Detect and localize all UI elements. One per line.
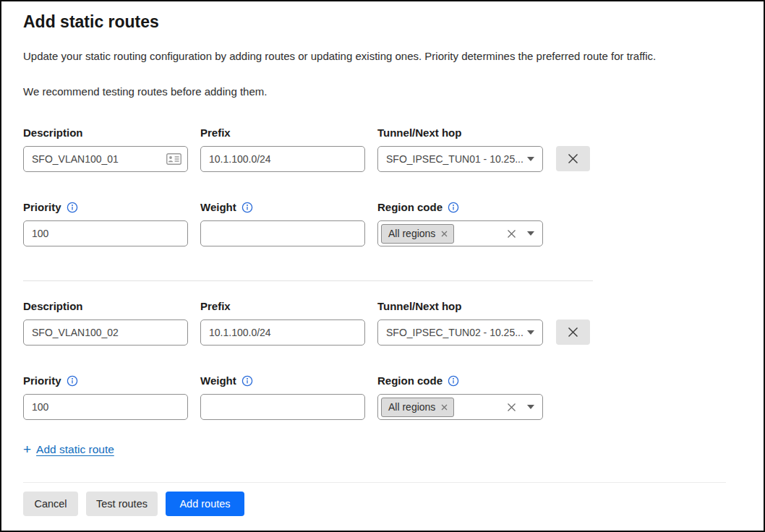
- tunnel-label: Tunnel/Next hop: [377, 300, 461, 313]
- region-label: Region code: [377, 201, 443, 214]
- region-field-group: Region code All regions: [377, 374, 543, 420]
- plus-icon: +: [23, 442, 31, 456]
- info-icon[interactable]: [67, 375, 78, 387]
- weight-field-group: Weight: [200, 201, 365, 246]
- region-tag-label: All regions: [388, 401, 435, 413]
- prefix-label: Prefix: [200, 126, 231, 140]
- add-static-route-label: Add static route: [36, 443, 114, 456]
- region-tag-label: All regions: [388, 228, 435, 239]
- priority-input[interactable]: [23, 394, 188, 420]
- info-icon[interactable]: [67, 202, 78, 213]
- route-divider: [23, 280, 593, 281]
- description-input[interactable]: [23, 146, 188, 172]
- prefix-input[interactable]: [200, 146, 365, 172]
- info-icon[interactable]: [242, 375, 253, 387]
- add-static-route-link[interactable]: + Add static route: [23, 442, 114, 456]
- weight-label: Weight: [200, 201, 236, 214]
- region-tag-chip[interactable]: All regions: [381, 398, 454, 417]
- description-label: Description: [23, 300, 83, 313]
- info-icon[interactable]: [448, 202, 459, 213]
- add-static-routes-dialog: Add static routes Update your static rou…: [0, 0, 765, 532]
- footer-divider: [23, 482, 726, 483]
- tunnel-select-value: SFO_IPSEC_TUN02 - 10.25...: [386, 327, 527, 338]
- info-icon[interactable]: [448, 375, 459, 387]
- weight-label: Weight: [200, 374, 236, 387]
- prefix-field-group: Prefix: [200, 300, 365, 346]
- tunnel-field-group: Tunnel/Next hop SFO_IPSEC_TUN02 - 10.25.…: [377, 300, 590, 346]
- chevron-down-icon: [527, 157, 534, 161]
- prefix-label: Prefix: [200, 300, 231, 313]
- region-multiselect[interactable]: All regions: [377, 220, 543, 246]
- description-label: Description: [23, 126, 83, 140]
- test-routes-button[interactable]: Test routes: [86, 492, 158, 516]
- region-tag-chip[interactable]: All regions: [381, 224, 454, 244]
- prefix-field-group: Prefix: [200, 126, 365, 172]
- priority-label: Priority: [23, 374, 61, 387]
- remove-route-button[interactable]: [556, 146, 590, 171]
- tunnel-label: Tunnel/Next hop: [377, 126, 461, 140]
- weight-field-group: Weight: [200, 374, 365, 420]
- intro-text-1: Update your static routing configuration…: [23, 49, 742, 63]
- tunnel-select[interactable]: SFO_IPSEC_TUN02 - 10.25...: [377, 319, 543, 346]
- chevron-down-icon: [527, 405, 534, 409]
- remove-tag-icon[interactable]: [441, 404, 448, 411]
- contact-card-icon: [166, 153, 181, 165]
- priority-field-group: Priority: [23, 374, 188, 420]
- chevron-down-icon: [527, 330, 534, 335]
- info-icon[interactable]: [242, 202, 253, 213]
- remove-route-button[interactable]: [556, 319, 590, 345]
- tunnel-field-group: Tunnel/Next hop SFO_IPSEC_TUN01 - 10.25.…: [377, 126, 590, 172]
- route-group-2: Description Prefix Tunnel/Next hop: [23, 300, 742, 420]
- tunnel-select-value: SFO_IPSEC_TUN01 - 10.25...: [386, 153, 527, 165]
- close-icon: [567, 326, 579, 338]
- route-group-1: Description: [23, 126, 742, 246]
- intro-text-2: We recommend testing routes before addin…: [23, 85, 742, 98]
- footer-actions: Cancel Test routes Add routes: [23, 492, 764, 516]
- region-multiselect[interactable]: All regions: [377, 394, 543, 420]
- cancel-button[interactable]: Cancel: [23, 492, 78, 516]
- remove-tag-icon[interactable]: [441, 231, 448, 237]
- prefix-input[interactable]: [200, 319, 365, 346]
- description-field-group: Description: [23, 126, 188, 172]
- weight-input[interactable]: [200, 220, 365, 246]
- tunnel-select[interactable]: SFO_IPSEC_TUN01 - 10.25...: [377, 146, 543, 172]
- weight-input[interactable]: [200, 394, 365, 420]
- priority-input[interactable]: [23, 220, 188, 246]
- add-routes-button[interactable]: Add routes: [166, 492, 244, 516]
- description-field-group: Description: [23, 300, 188, 346]
- description-input[interactable]: [23, 319, 188, 346]
- region-label: Region code: [377, 374, 443, 387]
- chevron-down-icon: [527, 231, 534, 236]
- close-icon: [567, 153, 579, 165]
- priority-label: Priority: [23, 201, 61, 214]
- region-field-group: Region code All regions: [377, 201, 543, 246]
- clear-selection-icon[interactable]: [507, 229, 516, 239]
- priority-field-group: Priority: [23, 201, 188, 246]
- clear-selection-icon[interactable]: [507, 403, 516, 412]
- page-title: Add static routes: [23, 12, 742, 32]
